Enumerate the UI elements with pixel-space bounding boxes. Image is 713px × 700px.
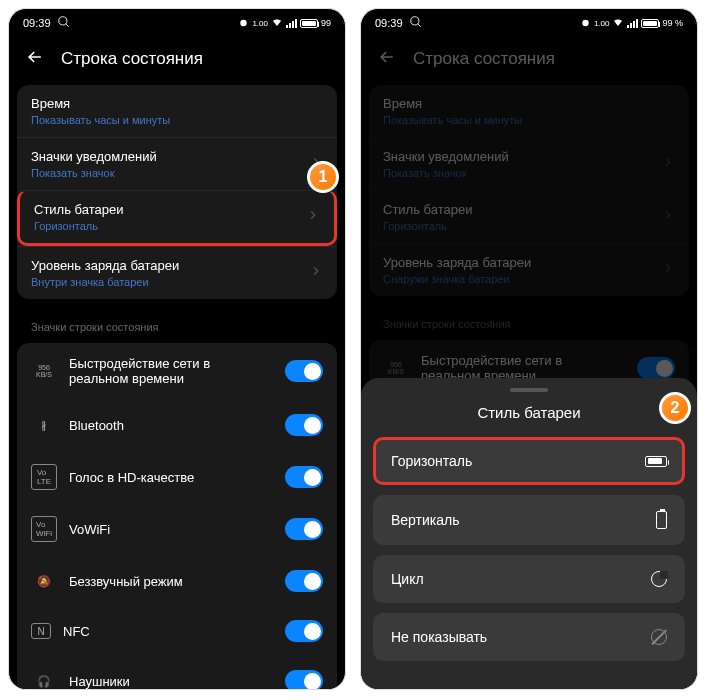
silent-icon: 🔕: [31, 568, 57, 594]
battery-icon: [300, 19, 318, 28]
row-notification-icons[interactable]: Значки уведомлений Показать значок: [17, 137, 337, 190]
status-bar: 09:39 1.00 99 %: [361, 9, 697, 37]
row-title: Уровень заряда батареи: [31, 258, 323, 273]
row-battery-level[interactable]: Уровень заряда батареи Снаружи значка ба…: [369, 243, 689, 296]
toggle-silent[interactable]: 🔕Беззвучный режим: [17, 555, 337, 607]
row-time[interactable]: Время Показывать часы и минуты: [17, 85, 337, 137]
nfc-icon: N: [31, 623, 51, 639]
row-subtitle: Внутри значка батареи: [31, 276, 323, 288]
toggle-label: Bluetooth: [69, 418, 273, 433]
toggle-nfc[interactable]: NNFC: [17, 607, 337, 655]
row-title: Значки уведомлений: [383, 149, 675, 164]
row-subtitle: Горизонталь: [383, 220, 675, 232]
svg-point-0: [58, 17, 66, 25]
option-none[interactable]: Не показывать: [373, 613, 685, 661]
row-subtitle: Показать значок: [383, 167, 675, 179]
wifi-icon: [271, 16, 283, 30]
phone-screen-1: 09:39 1.00 99 Строка состояния Время Пок…: [8, 8, 346, 690]
alarm-icon: [238, 17, 249, 30]
toggle-switch[interactable]: [637, 357, 675, 379]
row-title: Значки уведомлений: [31, 149, 323, 164]
back-icon[interactable]: [25, 47, 45, 71]
toggle-label: NFC: [63, 624, 273, 639]
row-battery-style[interactable]: Стиль батареи Горизонталь: [369, 190, 689, 243]
chevron-right-icon: [661, 155, 675, 173]
page-header: Строка состояния: [361, 37, 697, 85]
annotation-badge-2: 2: [659, 392, 691, 424]
bluetooth-icon: ∦: [31, 412, 57, 438]
row-time[interactable]: Время Показывать часы и минуты: [369, 85, 689, 137]
search-icon[interactable]: [409, 15, 423, 31]
row-title: Время: [31, 96, 323, 111]
signal-icon: [286, 19, 297, 28]
alarm-icon: [580, 17, 591, 30]
row-subtitle: Показывать часы и минуты: [31, 114, 323, 126]
battery-icon: [641, 19, 659, 28]
battery-vertical-icon: [656, 511, 667, 529]
toggle-label: Наушники: [69, 674, 273, 689]
toggle-net-speed[interactable]: 956 KB/SБыстродействие сети в реальном в…: [17, 343, 337, 399]
option-label: Вертикаль: [391, 512, 460, 528]
speed-icon: 956 KB/S: [31, 358, 57, 384]
toggle-switch[interactable]: [285, 620, 323, 642]
page-title: Строка состояния: [413, 49, 555, 69]
signal-icon: [627, 19, 638, 28]
vowifi-icon: VoWiFi: [31, 516, 57, 542]
toggle-hd-voice[interactable]: VoLTEГолос в HD-качестве: [17, 451, 337, 503]
battery-horizontal-icon: [645, 456, 667, 467]
chevron-right-icon: [661, 261, 675, 279]
toggle-switch[interactable]: [285, 518, 323, 540]
option-label: Горизонталь: [391, 453, 472, 469]
row-subtitle: Показывать часы и минуты: [383, 114, 675, 126]
back-icon[interactable]: [377, 47, 397, 71]
option-horizontal[interactable]: Горизонталь: [373, 437, 685, 485]
chevron-right-icon: [309, 264, 323, 282]
wifi-icon: [612, 16, 624, 30]
sheet-handle[interactable]: [510, 388, 548, 392]
toggle-bluetooth[interactable]: ∦Bluetooth: [17, 399, 337, 451]
row-notification-icons[interactable]: Значки уведомлений Показать значок: [369, 137, 689, 190]
toggle-switch[interactable]: [285, 466, 323, 488]
toggle-headphones[interactable]: 🎧Наушники: [17, 655, 337, 690]
bottom-sheet: Стиль батареи Горизонталь Вертикаль Цикл…: [361, 378, 697, 689]
toggle-label: Голос в HD-качестве: [69, 470, 273, 485]
row-title: Стиль батареи: [383, 202, 675, 217]
toggle-switch[interactable]: [285, 570, 323, 592]
svg-point-5: [582, 19, 588, 25]
chevron-right-icon: [306, 208, 320, 226]
toggle-label: VoWiFi: [69, 522, 273, 537]
svg-point-2: [241, 19, 247, 25]
net-speed: 1.00: [594, 19, 610, 28]
section-label: Значки строки состояния: [369, 304, 689, 340]
toggle-vowifi[interactable]: VoWiFiVoWiFi: [17, 503, 337, 555]
search-icon[interactable]: [57, 15, 71, 31]
chevron-right-icon: [661, 208, 675, 226]
option-cycle[interactable]: Цикл: [373, 555, 685, 603]
row-battery-level[interactable]: Уровень заряда батареи Внутри значка бат…: [17, 246, 337, 299]
battery-none-icon: [651, 629, 667, 645]
row-title: Время: [383, 96, 675, 111]
battery-label: 99 %: [662, 18, 683, 28]
section-label: Значки строки состояния: [17, 307, 337, 343]
toggle-switch[interactable]: [285, 360, 323, 382]
hd-voice-icon: VoLTE: [31, 464, 57, 490]
row-battery-style[interactable]: Стиль батареи Горизонталь: [17, 190, 337, 246]
svg-line-4: [417, 24, 420, 27]
toggle-switch[interactable]: [285, 670, 323, 690]
net-speed: 1.00: [252, 19, 268, 28]
status-time: 09:39: [23, 17, 51, 29]
headphones-icon: 🎧: [31, 668, 57, 690]
svg-point-3: [410, 17, 418, 25]
option-vertical[interactable]: Вертикаль: [373, 495, 685, 545]
row-subtitle: Показать значок: [31, 167, 323, 179]
row-subtitle: Снаружи значка батареи: [383, 273, 675, 285]
svg-line-1: [65, 24, 68, 27]
status-bar: 09:39 1.00 99: [9, 9, 345, 37]
toggle-label: Беззвучный режим: [69, 574, 273, 589]
toggle-switch[interactable]: [285, 414, 323, 436]
sheet-title: Стиль батареи: [373, 404, 685, 421]
annotation-badge-1: 1: [307, 161, 339, 193]
status-time: 09:39: [375, 17, 403, 29]
page-title: Строка состояния: [61, 49, 203, 69]
option-label: Не показывать: [391, 629, 487, 645]
